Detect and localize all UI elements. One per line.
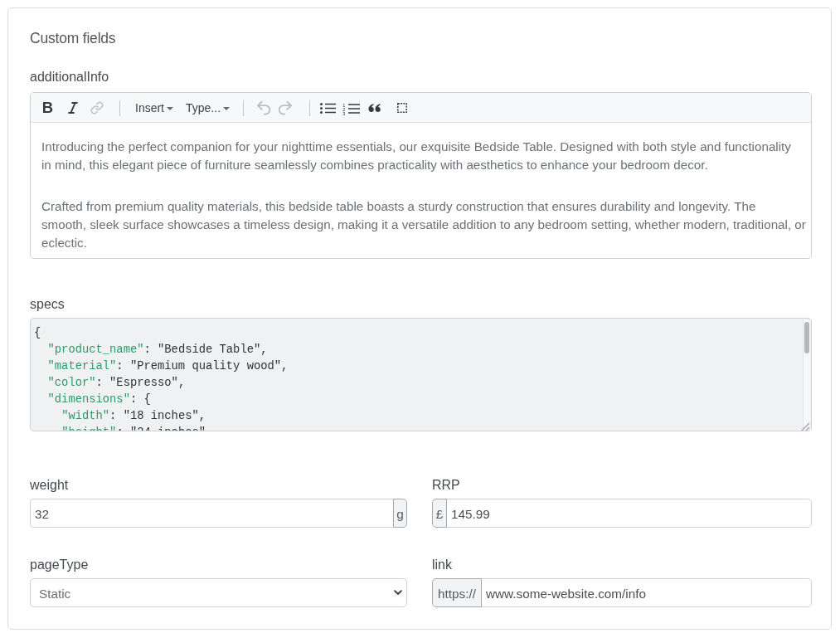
svg-text:3: 3 [342,110,345,115]
